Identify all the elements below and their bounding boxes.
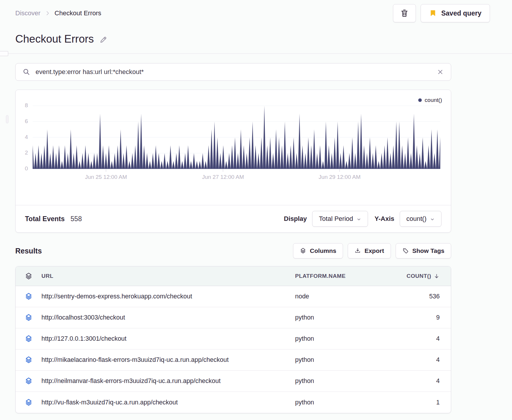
count-cell[interactable]: 4 (392, 335, 451, 342)
table-row[interactable]: http://vu-flask-m3uuizd7iq-uc.a.run.app/… (16, 392, 451, 413)
show-tags-button-label: Show Tags (412, 247, 444, 254)
column-header-platform[interactable]: PLATFORM.NAME (295, 273, 392, 279)
header-divider (0, 53, 512, 54)
stack-icon (25, 272, 33, 280)
layers-icon (300, 248, 306, 254)
stack-icon[interactable] (25, 314, 33, 322)
url-cell[interactable]: http://neilmanvar-flask-errors-m3uuizd7i… (41, 377, 295, 385)
results-title: Results (15, 247, 42, 255)
x-axis-label: Jun 25 12:00 AM (85, 174, 127, 180)
y-axis-select-value: count() (406, 215, 426, 223)
table-row[interactable]: http://sentry-demos-express.herokuapp.co… (16, 286, 451, 307)
y-axis-tick: 4 (16, 134, 28, 140)
tag-icon (402, 248, 409, 254)
y-axis-select[interactable]: count() (400, 211, 441, 227)
table-row[interactable]: http://localhost:3003/checkout python 9 (16, 307, 451, 328)
saved-query-button[interactable]: Saved query (421, 4, 490, 22)
y-axis-tick: 0 (16, 165, 28, 172)
export-button[interactable]: Export (348, 243, 391, 258)
y-axis-tick: 6 (16, 118, 28, 125)
platform-cell[interactable]: python (295, 377, 392, 385)
download-icon (354, 248, 361, 254)
page-title: Checkout Errors (15, 33, 94, 45)
search-icon (23, 68, 30, 76)
url-cell[interactable]: http://127.0.0.1:3001/checkout (41, 335, 295, 342)
breadcrumb-current: Checkout Errors (55, 9, 101, 17)
count-header-label: COUNT() (406, 273, 431, 279)
table-header-row: URL PLATFORM.NAME COUNT() (16, 266, 451, 286)
display-select-value: Total Period (319, 215, 353, 223)
stack-icon[interactable] (25, 335, 33, 343)
x-axis-label: Jun 29 12:00 AM (319, 174, 361, 180)
stack-icon[interactable] (25, 377, 33, 385)
page-header: Discover Checkout Errors Saved query (0, 0, 512, 22)
clear-search-icon[interactable] (437, 68, 444, 75)
count-cell[interactable]: 4 (392, 377, 451, 385)
platform-cell[interactable]: node (295, 293, 392, 300)
y-axis-tick: 8 (16, 102, 28, 109)
display-label: Display (284, 215, 307, 223)
chevron-down-icon (430, 217, 435, 222)
edit-title-pencil-icon[interactable] (99, 36, 107, 44)
platform-cell[interactable]: python (295, 335, 392, 342)
export-button-label: Export (364, 247, 384, 254)
table-row[interactable]: http://mikaelacarino-flask-errors-m3uuiz… (16, 350, 451, 371)
breadcrumb-discover[interactable]: Discover (15, 9, 41, 17)
results-table: URL PLATFORM.NAME COUNT() http://sentry-… (15, 266, 451, 413)
event-volume-chart-card: count() 8 6 4 2 0 Jun 25 12:00 AMJun 27 … (15, 90, 451, 233)
url-cell[interactable]: http://vu-flask-m3uuizd7iq-uc.a.run.app/… (41, 399, 295, 406)
url-cell[interactable]: http://sentry-demos-express.herokuapp.co… (41, 293, 295, 300)
trash-icon (400, 9, 409, 18)
count-cell[interactable]: 1 (392, 399, 451, 406)
search-query-text: event.type:error has:url url:*checkout* (36, 68, 431, 76)
total-events-value: 558 (71, 215, 82, 223)
chevron-right-icon (45, 10, 51, 16)
table-row[interactable]: http://neilmanvar-flask-errors-m3uuizd7i… (16, 371, 451, 392)
column-header-count[interactable]: COUNT() (392, 273, 451, 279)
saved-query-label: Saved query (441, 9, 481, 17)
columns-button-label: Columns (310, 247, 336, 254)
stack-icon[interactable] (25, 293, 33, 300)
total-events-label: Total Events (25, 215, 65, 223)
count-cell[interactable]: 4 (392, 356, 451, 364)
y-axis-tick: 2 (16, 149, 28, 156)
stack-icon[interactable] (25, 399, 33, 406)
platform-cell[interactable]: python (295, 399, 392, 406)
area-chart-plot (33, 102, 440, 173)
breadcrumb: Discover Checkout Errors (15, 4, 101, 17)
platform-cell[interactable]: python (295, 314, 392, 321)
header-actions: Saved query (393, 4, 490, 22)
show-tags-button[interactable]: Show Tags (396, 243, 451, 258)
display-select[interactable]: Total Period (312, 211, 368, 227)
table-row[interactable]: http://127.0.0.1:3001/checkout python 4 (16, 328, 451, 350)
y-axis-label: Y-Axis (374, 215, 394, 223)
chart-footer: Total Events 558 Display Total Period Y-… (16, 205, 451, 232)
total-events: Total Events 558 (25, 215, 82, 223)
event-volume-chart: count() 8 6 4 2 0 Jun 25 12:00 AMJun 27 … (16, 90, 451, 205)
delete-query-button[interactable] (393, 4, 416, 22)
panel-collapse-handle[interactable] (0, 51, 8, 56)
column-header-url[interactable]: URL (41, 273, 295, 279)
count-cell[interactable]: 536 (392, 293, 451, 300)
bookmark-icon (429, 9, 437, 17)
count-cell[interactable]: 9 (392, 314, 451, 321)
search-input[interactable]: event.type:error has:url url:*checkout* (15, 63, 451, 81)
sort-descending-icon (434, 273, 440, 279)
scroll-nub[interactable] (6, 115, 9, 123)
platform-cell[interactable]: python (295, 356, 392, 364)
chevron-down-icon (357, 217, 361, 222)
stack-icon[interactable] (25, 356, 33, 364)
columns-button[interactable]: Columns (293, 243, 343, 258)
url-cell[interactable]: http://localhost:3003/checkout (41, 314, 295, 321)
x-axis-label: Jun 27 12:00 AM (202, 174, 244, 180)
url-cell[interactable]: http://mikaelacarino-flask-errors-m3uuiz… (41, 356, 295, 364)
